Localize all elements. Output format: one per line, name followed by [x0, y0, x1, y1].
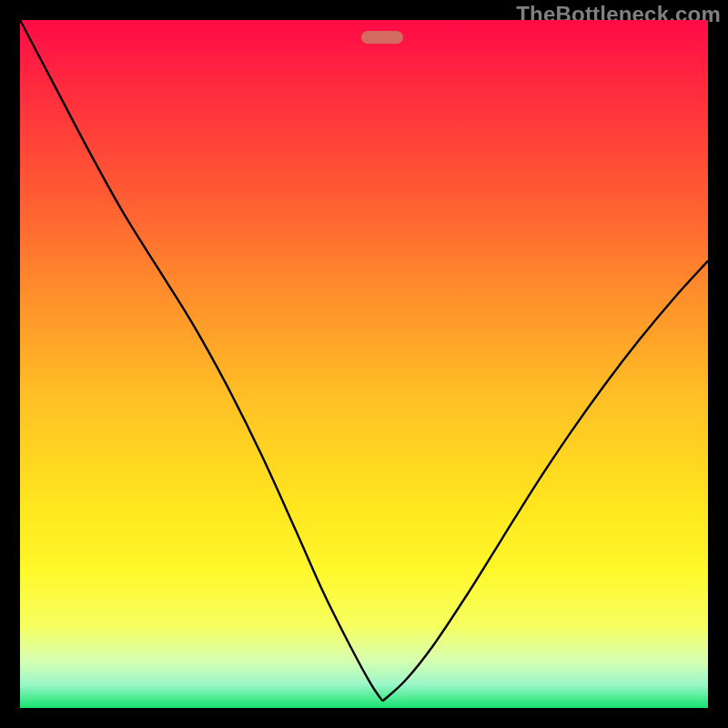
- low-point-marker: [361, 31, 403, 44]
- gradient-background: [20, 20, 708, 708]
- bottleneck-plot: [20, 20, 708, 708]
- chart-frame: TheBottleneck.com: [0, 0, 728, 728]
